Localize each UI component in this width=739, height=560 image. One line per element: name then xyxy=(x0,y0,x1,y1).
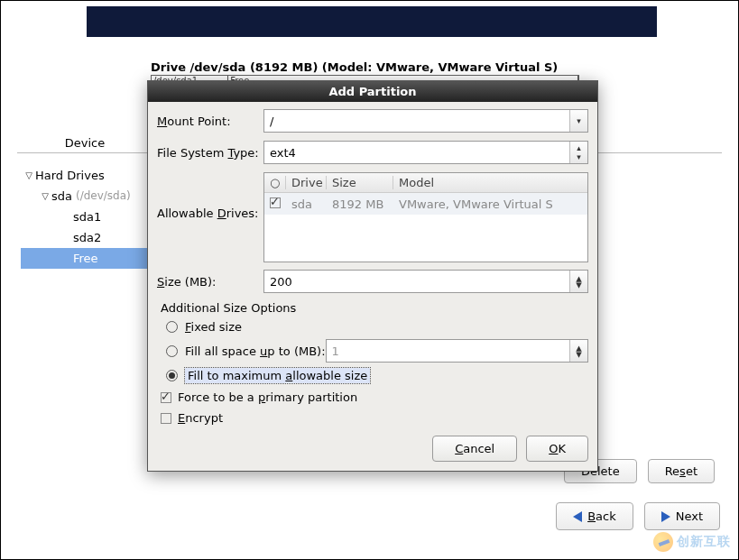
fs-type-combo[interactable]: ▴▾ xyxy=(263,141,588,164)
checkbox-icon xyxy=(161,413,171,424)
radio-label-fill-up-to[interactable]: Fill all space up to (MB): xyxy=(185,344,326,358)
size-field[interactable]: ▴▾ xyxy=(263,270,588,293)
dropdown-icon[interactable]: ▾ xyxy=(569,110,587,132)
size-spinner[interactable]: ▴▾ xyxy=(569,271,587,292)
watermark-icon xyxy=(653,532,673,552)
label-mount-point: Mount Point: xyxy=(157,115,263,128)
top-dark-bar xyxy=(87,6,657,37)
drive-info-label: Drive /dev/sda (8192 MB) (Model: VMware,… xyxy=(151,60,558,74)
fill-up-to-spinner: ▴▾ xyxy=(569,340,587,362)
col-header-drive: Drive xyxy=(286,176,327,189)
tree-label-hard-drives: Hard Drives xyxy=(35,165,105,186)
tree-path-sda: (/dev/sda) xyxy=(76,186,131,207)
radio-fixed-size[interactable]: Fixed size xyxy=(166,320,588,334)
allowable-drives-table[interactable]: ○ Drive Size Model sda 8192 MB VMware, V… xyxy=(263,172,588,262)
fs-type-input[interactable] xyxy=(264,142,569,163)
next-button[interactable]: Next xyxy=(644,502,720,530)
drive-row-sda[interactable]: sda 8192 MB VMware, VMware Virtual S xyxy=(264,193,587,215)
back-button[interactable]: Back xyxy=(556,502,633,530)
drive-row-name: sda xyxy=(286,197,327,211)
cancel-button[interactable]: Cancel xyxy=(432,436,517,462)
checkbox-icon xyxy=(161,392,171,403)
radio-label-fill-max: Fill to maximum allowable size xyxy=(185,368,370,383)
tree-label-sda2: sda2 xyxy=(73,227,101,248)
col-header-size: Size xyxy=(327,176,393,189)
label-encrypt: Encrypt xyxy=(178,411,223,425)
label-size: Size (MB): xyxy=(157,275,263,289)
fill-up-to-field: ▴▾ xyxy=(326,339,588,363)
caret-down-icon: ▽ xyxy=(23,165,35,186)
tree-label-sda1: sda1 xyxy=(73,207,101,227)
check-force-primary[interactable]: Force to be a primary partition xyxy=(161,390,588,404)
radio-label-fixed: Fixed size xyxy=(185,320,242,334)
drive-row-model: VMware, VMware Virtual S xyxy=(393,197,587,211)
ok-button[interactable]: OK xyxy=(526,436,588,462)
mount-point-input[interactable] xyxy=(264,110,569,132)
arrow-left-icon xyxy=(573,511,582,522)
drive-row-checkbox[interactable] xyxy=(270,197,281,208)
dialog-title: Add Partition xyxy=(148,81,597,102)
spinner-icon[interactable]: ▴▾ xyxy=(569,142,587,163)
tree-label-free: Free xyxy=(73,248,98,269)
fill-up-to-input xyxy=(327,340,569,362)
add-partition-dialog: Add Partition Mount Point: ▾ File System… xyxy=(147,80,598,472)
label-force-primary: Force to be a primary partition xyxy=(178,390,357,404)
tree-label-sda: sda xyxy=(51,186,72,207)
drives-table-header: ○ Drive Size Model xyxy=(264,173,587,193)
radio-icon xyxy=(166,321,178,333)
caret-down-icon: ▽ xyxy=(39,186,51,207)
radio-icon[interactable] xyxy=(166,345,178,357)
arrow-right-icon xyxy=(661,511,670,522)
radio-fill-max[interactable]: Fill to maximum allowable size xyxy=(166,368,588,383)
reset-button[interactable]: Reset xyxy=(648,459,715,483)
mount-point-combo[interactable]: ▾ xyxy=(263,109,588,133)
label-allowable-drives: Allowable Drives: xyxy=(157,172,263,220)
label-fs-type: File System Type: xyxy=(157,146,263,160)
size-input[interactable] xyxy=(264,271,569,292)
col-header-model: Model xyxy=(393,176,587,189)
watermark-text: 创新互联 xyxy=(677,534,731,550)
check-encrypt[interactable]: Encrypt xyxy=(161,411,588,425)
radio-icon xyxy=(166,370,178,381)
group-title-additional-size: Additional Size Options xyxy=(161,301,588,315)
watermark: 创新互联 xyxy=(653,532,731,552)
drive-row-size: 8192 MB xyxy=(327,197,393,211)
